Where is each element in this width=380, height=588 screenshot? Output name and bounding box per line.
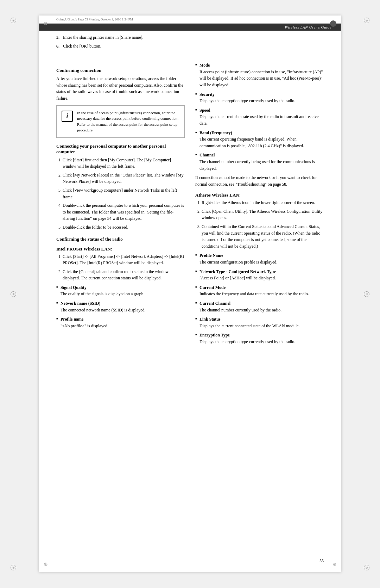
step-6-text: Click the [OK] button. [63, 44, 101, 49]
atheros-step-2: Click [Open Client Utility]. The Atheros… [202, 208, 324, 221]
atheros-bullet-network-type-title: Network Type - Configured Network Type [200, 269, 276, 274]
info-icon: i [62, 111, 73, 122]
step-6-num: 6. [56, 43, 62, 50]
atheros-steps: Right-click the Atheros icon in the lowe… [202, 199, 324, 249]
reg-mark-tl: ⊕ [11, 18, 16, 23]
intel-bullet-profile-title: Profile name [61, 317, 83, 322]
intel-step-2: Click the [General] tab and confirm radi… [63, 268, 185, 281]
reg-mark-br: ⊕ [364, 565, 369, 570]
header-bar: Wireless LAN User's Guide [39, 24, 341, 31]
bullet-channel: Channel The channel number currently bei… [195, 152, 324, 172]
intel-bullet-signal-title: Signal Quality [61, 285, 87, 290]
reg-mark-tr: ⊕ [364, 18, 369, 23]
bullet-security-body: Displays the encryption type currently u… [200, 98, 324, 104]
atheros-bullet-profile-title: Profile Name [200, 253, 223, 258]
page: ⊕ ⊕ ⊕ ⊕ ⊕ ⊕ Osian_UG.book Page 55 Monday… [39, 16, 341, 572]
header-title: Wireless LAN User's Guide [285, 25, 331, 29]
page-number: 55 [319, 558, 324, 564]
top-step-6: 6. Click the [OK] button. [56, 43, 324, 50]
bullet-band: Band (Frequency) The current operating f… [195, 130, 324, 149]
bullet-speed-body: Displays the current data rate used by t… [200, 113, 324, 126]
step-5-text: Enter the sharing printer name in [Share… [63, 35, 144, 40]
right-column: Mode If access point (infrastructure) co… [195, 62, 324, 348]
reg-mark-bl: ⊕ [11, 565, 16, 570]
atheros-bullet-link-status: Link Status Displays the current connect… [195, 316, 324, 329]
connecting-step-2: Click [My Network Places] in the "Other … [63, 172, 185, 185]
connecting-step-5: Double-click the folder to be accessed. [63, 224, 185, 231]
atheros-bullet-current-channel-title: Current Channel [200, 301, 230, 306]
bullet-security: Security Displays the encryption type cu… [195, 91, 324, 104]
atheros-bullet-encryption-title: Encryption Type [200, 333, 230, 338]
atheros-step-1: Right-click the Atheros icon in the lowe… [202, 199, 324, 206]
bullet-channel-title: Channel [200, 153, 215, 157]
file-info: Osian_UG.book Page 55 Monday, October 9,… [39, 16, 341, 24]
page-reg-bl: ⊕ [44, 561, 48, 567]
page-content: Confirming connection After you have fin… [39, 51, 341, 365]
if-connection-text: If connection cannot be made to the netw… [195, 174, 324, 187]
reg-mark-mr: ⊕ [364, 291, 369, 297]
top-section: 5. Enter the sharing printer name in [Sh… [39, 31, 341, 49]
intel-bullet-signal-body: The quality of the signals is displayed … [61, 291, 185, 297]
page-reg-tl: ⊕ [44, 20, 48, 26]
atheros-step-3: Contained within the Current Status tab … [202, 223, 324, 249]
intel-bullet-ssid-body: The connected network name (SSID) is dis… [61, 307, 185, 314]
atheros-bullet-encryption-body: Displays the encryption type currently u… [200, 339, 324, 345]
intel-bullet-signal: Signal Quality The quality of the signal… [56, 284, 185, 297]
bullet-mode-body: If access point (infrastructure) connect… [200, 69, 324, 88]
atheros-bullet-current-mode-body: Indicates the frequency and data rate cu… [200, 291, 324, 297]
atheros-bullet-current-channel-body: The channel number currently used by the… [200, 307, 324, 314]
bullet-security-title: Security [200, 92, 215, 97]
atheros-bullet-current-channel: Current Channel The channel number curre… [195, 300, 324, 313]
confirming-connection-body: After you have finished the network setu… [56, 75, 185, 101]
bullet-band-body: The current operating frequency band is … [200, 136, 324, 149]
connecting-title: Connecting your personal computer to ano… [56, 143, 185, 155]
intel-bullet-ssid: Network name (SSID) The connected networ… [56, 300, 185, 313]
atheros-bullet-current-mode: Current Mode Indicates the frequency and… [195, 284, 324, 297]
intel-steps: Click [Start] -> [All Programs] -> [Inte… [63, 253, 185, 281]
atheros-bullet-network-type-body: [Access Point] or [AdHoc] will be displa… [200, 275, 324, 281]
atheros-bullet-network-type: Network Type - Configured Network Type [… [195, 268, 324, 281]
bullet-speed-title: Speed [200, 108, 210, 113]
left-column: Confirming connection After you have fin… [56, 62, 185, 348]
confirming-connection-title: Confirming connection [56, 68, 185, 73]
atheros-bullets: Profile Name The current configuration p… [195, 252, 324, 345]
reg-mark-ml: ⊕ [11, 291, 16, 297]
connecting-steps: Click [Start] first and then [My Compute… [63, 157, 185, 231]
bullet-band-title: Band (Frequency) [200, 130, 232, 135]
page-reg-br: ⊕ [333, 562, 336, 567]
bullet-mode: Mode If access point (infrastructure) co… [195, 62, 324, 88]
atheros-bullet-link-status-title: Link Status [200, 317, 221, 322]
top-step-5: 5. Enter the sharing printer name in [Sh… [56, 34, 324, 41]
intel-bullet-profile-body: "<No profile>" is displayed. [61, 323, 185, 329]
bullet-mode-title: Mode [200, 63, 210, 68]
connecting-step-4: Double-click the personal computer to wh… [63, 202, 185, 222]
atheros-bullet-profile: Profile Name The current configuration p… [195, 252, 324, 265]
info-box-text: In the case of access point (infrastruct… [77, 110, 179, 133]
page-reg-tr [330, 20, 336, 27]
atheros-bullet-link-status-body: Displays the current connected state of … [200, 323, 324, 329]
intel-step-1: Click [Start] -> [All Programs] -> [Inte… [63, 253, 185, 266]
connecting-step-1: Click [Start] first and then [My Compute… [63, 157, 185, 170]
bullet-speed: Speed Displays the current data rate use… [195, 107, 324, 127]
intel-bullet-profile: Profile name "<No profile>" is displayed… [56, 316, 185, 329]
step-5-num: 5. [56, 34, 62, 41]
bullet-channel-body: The channel number currently being used … [200, 159, 324, 172]
intel-bullets: Signal Quality The quality of the signal… [56, 284, 185, 329]
atheros-bullet-profile-body: The current configuration profile is dis… [200, 259, 324, 266]
connecting-step-3: Click [View workgroup computers] under N… [63, 187, 185, 200]
intel-title: Intel PROSet Wireless LAN: [56, 246, 185, 252]
atheros-bullet-encryption: Encryption Type Displays the encryption … [195, 332, 324, 345]
atheros-bullet-current-mode-title: Current Mode [200, 285, 226, 290]
right-top-bullets: Mode If access point (infrastructure) co… [195, 62, 324, 172]
confirming-status-title: Confirming the status of the radio [56, 236, 185, 242]
info-box: i In the case of access point (infrastru… [56, 105, 185, 138]
intel-bullet-ssid-title: Network name (SSID) [61, 301, 100, 306]
atheros-title: Atheros Wireless LAN: [195, 192, 324, 198]
